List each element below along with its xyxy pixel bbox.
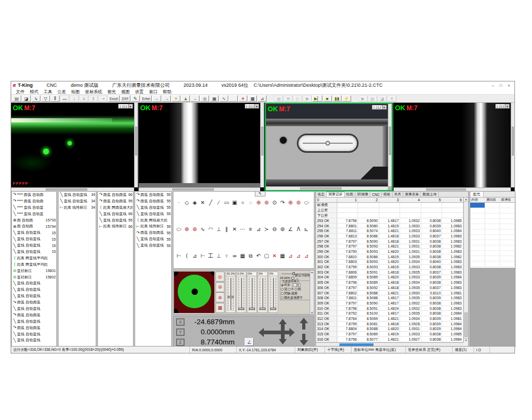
table-row[interactable]: 316 OK7.87968.50771.48211.09270.80381.09… <box>316 337 463 342</box>
measure-tool-icon[interactable]: ◠ <box>207 226 214 233</box>
table-row[interactable]: 306 OK7.87978.50921.48181.09350.80371.09… <box>316 285 463 291</box>
scroll-up-icon[interactable]: ▲ <box>464 197 468 202</box>
feature-list-item[interactable]: ╲直线 自动直线 <box>12 293 56 299</box>
tab-绘图[interactable]: 绘图 <box>345 192 355 197</box>
table-row[interactable]: 294 OK7.88018.50801.48191.09300.80391.09… <box>316 224 463 229</box>
camera-vscrollbar[interactable] <box>260 103 264 187</box>
measure-tool-icon[interactable]: ∥ <box>223 226 230 233</box>
feature-list-item[interactable]: ╲直线 自动直线15 <box>12 236 56 242</box>
close-button[interactable]: × <box>505 83 513 88</box>
feature-list-item[interactable]: ╲直线 自动直线55 <box>135 242 171 249</box>
measure-tool-icon[interactable]: ⊛ <box>191 226 198 233</box>
measure-tool-icon[interactable]: ⟨ <box>183 252 190 259</box>
tab-数据上传[interactable]: 数据上传 <box>421 192 438 197</box>
measure-tool-icon[interactable]: ⊿ <box>303 252 310 259</box>
feature-list-item[interactable]: ╲直线 自动直线66 <box>98 211 133 217</box>
table-row[interactable]: 310 OK7.87968.50911.48241.09320.80381.09… <box>316 306 463 311</box>
path-button[interactable]: ↳ <box>31 95 40 102</box>
element-row[interactable] <box>470 203 515 208</box>
measure-tool-icon[interactable]: ◈ <box>191 199 198 206</box>
feature-list-item[interactable]: ╲直线 自动直线 <box>12 280 56 286</box>
camera-vscrollbar[interactable] <box>388 104 392 186</box>
ring-light-button-2[interactable]: ⊚ <box>215 282 225 292</box>
light-slider-4[interactable]: 0% <box>257 271 268 313</box>
slider-thumb[interactable] <box>260 308 265 310</box>
measure-tool-icon[interactable]: ⊢ <box>175 252 182 259</box>
probe-button[interactable]: ▽ <box>41 95 50 102</box>
star-button[interactable]: ✳ <box>238 95 247 102</box>
dash-button[interactable]: -- <box>190 95 200 102</box>
table-row[interactable]: 301 OK7.88038.50931.48201.09340.80401.09… <box>316 260 463 265</box>
feature-list-item[interactable]: ╲直线 自动直线 <box>12 286 56 293</box>
camera-zoom-select[interactable]: 1-212▼ <box>495 104 510 109</box>
table-row[interactable]: 304 OK7.88098.50891.48201.09330.80391.09… <box>316 275 463 281</box>
measure-tool-icon[interactable]: ▣ <box>231 199 238 206</box>
level-radio-中[interactable] <box>288 288 290 291</box>
feature-list-item[interactable]: ╲直线 自动直线55 <box>135 236 171 242</box>
camera-vscrollbar[interactable] <box>511 103 514 187</box>
terrain-button[interactable]: ▲ <box>181 95 190 102</box>
feature-list-item[interactable]: ╲直线 自动直线55 <box>135 204 171 211</box>
menu-item-绘图[interactable]: 绘图 <box>69 89 82 95</box>
measure-tool-icon[interactable]: ≻ <box>263 226 270 233</box>
element-row[interactable] <box>470 261 515 267</box>
measure-tool-icon[interactable]: ╱ <box>207 199 214 206</box>
feature-list-item[interactable]: ⊕圆 自动圆15793 <box>12 217 56 224</box>
measure-tool-icon[interactable]: ⊛ <box>263 199 270 206</box>
table-row[interactable]: 313 OK7.87998.50811.48181.09280.80391.09… <box>316 322 463 327</box>
camera-zoom-select[interactable]: 1-212▼ <box>372 105 386 110</box>
measure-tool-icon[interactable]: ⊕ <box>287 199 294 206</box>
arrow-right-button[interactable]: → <box>162 95 171 102</box>
table-row[interactable]: 299 OK7.87908.50931.48201.09310.80381.09… <box>316 249 463 254</box>
measure-tool-icon[interactable]: ⊿ <box>287 252 294 259</box>
element-grid[interactable]: 内容测试值标准值 <box>470 197 515 268</box>
feature-list-item[interactable]: ╲直线 自动直线 <box>12 331 56 337</box>
measure-tool-icon[interactable]: ⊢ <box>199 252 206 259</box>
feature-list-item[interactable]: ⊖直径标注15801 <box>12 268 56 274</box>
matrix-button[interactable]: ▩ <box>248 95 257 102</box>
table-fixed-row[interactable]: 下公差 <box>316 213 463 218</box>
dxf-button[interactable]: DXF <box>120 95 130 102</box>
element-row[interactable] <box>470 240 515 245</box>
camera-view-1[interactable]: OKM:7 FFFFF 1-212▼ <box>11 103 138 191</box>
light-slider-5[interactable]: 0% <box>268 271 278 313</box>
menu-item-散光[interactable]: 散光 <box>105 89 119 95</box>
open-button[interactable]: ◪ <box>22 95 31 102</box>
feature-list-item[interactable]: ╲直线 自动直线55 <box>135 211 171 217</box>
stop-button[interactable]: ■ <box>323 95 332 102</box>
tab-测量记录[interactable]: 测量记录 <box>327 192 344 197</box>
feature-list-item[interactable]: ╲**** 直线 自动直 <box>12 211 56 217</box>
light-bulb-button[interactable]: ☀ <box>171 95 180 102</box>
table-row[interactable]: 312 OK7.87648.50691.48211.09340.80391.09… <box>316 316 463 322</box>
camera-hscrollbar[interactable] <box>139 187 261 191</box>
measure-tool-icon[interactable]: ⊕ <box>255 199 262 206</box>
tab-element[interactable]: 图元 <box>470 192 484 197</box>
measure-tool-icon[interactable]: ◌ <box>247 199 254 206</box>
element-row[interactable] <box>470 224 515 229</box>
menu-item-窗口[interactable]: 窗口 <box>146 89 160 95</box>
xy-jog-arrows[interactable] <box>259 319 298 344</box>
measure-tool-icon[interactable]: ⊕ <box>183 226 190 233</box>
camera-zoom-select[interactable]: 1-212▼ <box>245 104 259 109</box>
element-row[interactable] <box>470 235 515 240</box>
slider-thumb[interactable] <box>238 308 244 310</box>
feature-list-item[interactable]: ↷圆弧 自动圆弧55 <box>135 192 171 198</box>
excel-button[interactable]: Excel <box>108 95 120 102</box>
measure-tool-icon[interactable]: ⊥ <box>215 252 222 259</box>
measure-tool-icon[interactable]: ▭ <box>223 199 230 206</box>
measure-tool-icon[interactable]: ▦ <box>239 252 246 259</box>
ring-radio[interactable] <box>281 284 284 286</box>
level-radio-弱[interactable] <box>295 288 297 291</box>
feature-list-item[interactable]: ╲直线 自动直线 <box>12 337 56 343</box>
feature-list-item[interactable]: ╲直线 自动直线55 <box>98 217 133 224</box>
ring-light-button-4[interactable]: ▦ <box>215 303 225 313</box>
measure-tool-icon[interactable]: ▢ <box>263 252 270 259</box>
table-row[interactable]: 303 OK7.88068.50911.48181.09350.80371.09… <box>316 270 463 275</box>
measure-tool-icon[interactable]: ∿ <box>199 226 206 233</box>
feature-list-item[interactable]: ⊢距离 线性标注55 <box>135 223 171 229</box>
blank-button[interactable] <box>229 95 238 102</box>
menu-item-文件[interactable]: 文件 <box>13 89 27 95</box>
maximize-button[interactable]: □ <box>497 83 505 88</box>
measure-tool-icon[interactable]: · <box>175 199 182 206</box>
tab-夹具[interactable]: 夹具 <box>393 192 403 197</box>
